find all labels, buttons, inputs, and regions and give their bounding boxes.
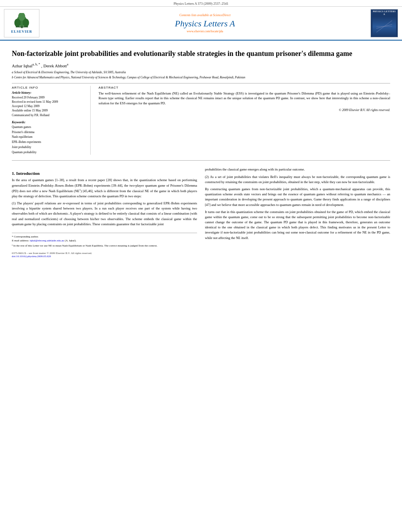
author1-name: Azhar Iqbal bbox=[12, 63, 32, 68]
footer-info: 0375-9601/$ – see front matter © 2009 El… bbox=[12, 252, 197, 258]
abstract-text: The well-known refinement of the Nash Eq… bbox=[99, 91, 390, 106]
article-info-abstract-row: ARTICLE INFO Article history: Received 2… bbox=[12, 86, 390, 155]
journal-reference: Physics Letters A 373 (2009) 2537–2541 bbox=[173, 2, 228, 6]
body-left-column: 1. Introduction In the area of quantum g… bbox=[12, 167, 197, 258]
intro-para2: (1) The players' payoff relations are re… bbox=[12, 201, 197, 227]
doi-link[interactable]: doi:10.1016/j.physleta.2009.05.020 bbox=[12, 255, 51, 258]
journal-title-center: Contents lists available at ScienceDirec… bbox=[43, 9, 367, 37]
elsevier-tree-icon bbox=[11, 13, 33, 29]
email-address[interactable]: iqbal@eleceng.adelaide.edu.au bbox=[30, 239, 64, 242]
journal-cover-thumbnail: PHYSICS LETTERS A bbox=[370, 9, 398, 37]
article-info-column: ARTICLE INFO Article history: Received 2… bbox=[12, 86, 91, 155]
body-content: 1. Introduction In the area of quantum g… bbox=[12, 167, 390, 258]
cover-title-text: PHYSICS LETTERS A bbox=[372, 10, 397, 15]
body-divider bbox=[12, 160, 390, 161]
page-wrapper: Physics Letters A 373 (2009) 2537–2541 E… bbox=[0, 0, 402, 532]
keyword-5: Joint probability bbox=[12, 145, 86, 150]
keyword-6: Quantum probability bbox=[12, 150, 86, 155]
elsevier-brand-text: ELSEVIER bbox=[11, 30, 32, 33]
author2-name: , Derek Abbott bbox=[41, 63, 67, 68]
keywords-list: Quantum games Prisoner's dilemma Nash eq… bbox=[12, 125, 86, 155]
keywords-section: Keywords: Quantum games Prisoner's dilem… bbox=[12, 120, 86, 155]
sciencedirect-brand[interactable]: ScienceDirect bbox=[213, 13, 231, 17]
body-right-column: probabilities the classical game emerges… bbox=[205, 167, 390, 258]
keywords-label: Keywords: bbox=[12, 120, 86, 124]
sciencedirect-link: Contents lists available at ScienceDirec… bbox=[179, 13, 231, 17]
article-history-section: Article history: Received 20 February 20… bbox=[12, 91, 86, 117]
article-content: Non-factorizable joint probabilities and… bbox=[0, 41, 402, 266]
contents-text: Contents lists available at bbox=[179, 13, 212, 17]
right-para2: (2) As a set of joint probabilities that… bbox=[205, 174, 390, 185]
email-label: E-mail address: bbox=[12, 239, 29, 242]
footnote1-text: ¹ In the rest of this Letter we use NE t… bbox=[12, 244, 197, 248]
intro-para1: In the area of quantum games [1–38], a r… bbox=[12, 178, 197, 199]
article-title: Non-factorizable joint probabilities and… bbox=[12, 49, 390, 58]
corresponding-label: * Corresponding author. bbox=[12, 235, 197, 239]
issn-line: 0375-9601/$ – see front matter © 2009 El… bbox=[12, 252, 197, 255]
cover-graphic-icon bbox=[374, 19, 394, 34]
journal-header: ELSEVIER Contents lists available at Sci… bbox=[0, 7, 402, 41]
right-para1: probabilities the classical game emerges… bbox=[205, 167, 390, 172]
elsevier-logo: ELSEVIER bbox=[4, 9, 39, 37]
received-date: Received 20 February 2009 Received in re… bbox=[12, 95, 86, 117]
copyright-text: © 2009 Elsevier B.V. All rights reserved… bbox=[99, 108, 390, 112]
section1-heading: 1. Introduction bbox=[12, 171, 197, 176]
footnote-section: * Corresponding author. E-mail address: … bbox=[12, 233, 197, 258]
doi-line: doi:10.1016/j.physleta.2009.05.020 bbox=[12, 255, 197, 258]
email-author: (A. Iqbal). bbox=[65, 239, 76, 242]
keyword-1: Quantum games bbox=[12, 125, 86, 130]
right-para4: It turns out that in this quantization s… bbox=[205, 209, 390, 241]
svg-rect-5 bbox=[15, 26, 28, 28]
affiliations: a School of Electrical & Electronic Engi… bbox=[12, 70, 390, 80]
affiliation-b: b Centre for Advanced Mathematics and Ph… bbox=[12, 75, 390, 80]
keyword-3: Nash equilibrium bbox=[12, 135, 86, 140]
keyword-2: Prisoner's dilemma bbox=[12, 130, 86, 135]
email-line: E-mail address: iqbal@eleceng.adelaide.e… bbox=[12, 239, 197, 243]
abstract-column: ABSTRACT The well-known refinement of th… bbox=[99, 86, 390, 155]
right-para3: By constructing quantum games from non-f… bbox=[205, 187, 390, 208]
journal-url[interactable]: www.elsevier.com/locate/pla bbox=[187, 30, 223, 33]
header-divider bbox=[12, 83, 390, 83]
journal-name: Physics Letters A bbox=[175, 19, 235, 29]
body-text-right: probabilities the classical game emerges… bbox=[205, 167, 390, 240]
article-info-section-label: ARTICLE INFO bbox=[12, 86, 86, 89]
keyword-4: EPR–Bohm experiments bbox=[12, 140, 86, 145]
affiliation-a: a School of Electrical & Electronic Engi… bbox=[12, 70, 390, 74]
authors-line: Azhar Iqbala, b, * , Derek Abbotta bbox=[12, 63, 390, 68]
journal-meta: Physics Letters A 373 (2009) 2537–2541 bbox=[0, 0, 402, 7]
article-history-label: Article history: bbox=[12, 91, 86, 95]
abstract-section-label: ABSTRACT bbox=[99, 86, 390, 89]
body-text-left: In the area of quantum games [1–38], a r… bbox=[12, 178, 197, 226]
author2-sup: a bbox=[67, 63, 69, 66]
author1-sup: a, b, * bbox=[32, 63, 40, 66]
footnote-corresponding: * Corresponding author. E-mail address: … bbox=[12, 235, 197, 248]
